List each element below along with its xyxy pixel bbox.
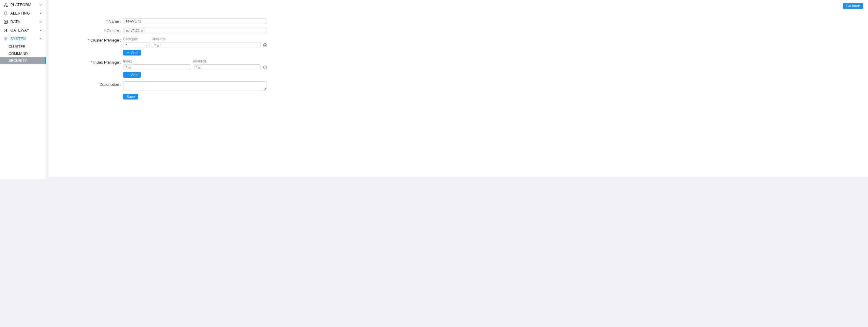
sidebar-item-data[interactable]: DATA bbox=[0, 18, 46, 26]
privilege-tag: * bbox=[153, 43, 161, 47]
sidebar-item-label: PLATFORM bbox=[10, 3, 39, 7]
sidebar-subitem-label: CLUSTER bbox=[8, 44, 26, 49]
network-icon bbox=[4, 3, 8, 7]
svg-point-4 bbox=[5, 38, 6, 39]
privilege-sublabel: Privilege bbox=[152, 37, 267, 41]
index-sublabel: Index bbox=[123, 59, 191, 63]
remove-row-button[interactable] bbox=[263, 43, 267, 47]
bell-icon bbox=[4, 11, 8, 16]
name-label: *Name : bbox=[78, 18, 123, 24]
sidebar-subitem-label: SECURITY bbox=[8, 59, 27, 63]
chevron-down-icon bbox=[39, 20, 42, 23]
go-back-button[interactable]: Go back bbox=[843, 3, 863, 9]
cluster-privilege-label: *Cluster Privilege : bbox=[78, 37, 123, 42]
chevron-down-icon bbox=[39, 3, 42, 6]
form-card: *Name : *Cluster : es-v7171 bbox=[49, 12, 868, 177]
main-content: Go back *Name : *Cluster : bbox=[46, 0, 868, 179]
cluster-privilege-row: * * bbox=[123, 42, 267, 48]
index-privilege-tag-input[interactable]: * bbox=[193, 64, 261, 70]
cluster-label: *Cluster : bbox=[78, 28, 123, 33]
description-textarea[interactable] bbox=[123, 81, 267, 90]
sidebar: PLATFORM ALERTING DATA GATEWAY bbox=[0, 0, 46, 179]
chevron-up-icon bbox=[39, 37, 42, 40]
sidebar-item-label: ALERTING bbox=[10, 11, 39, 16]
bracket-icon bbox=[4, 28, 8, 32]
svg-rect-2 bbox=[7, 6, 8, 7]
sidebar-item-platform[interactable]: PLATFORM bbox=[0, 1, 46, 9]
close-icon[interactable] bbox=[128, 66, 131, 68]
close-icon[interactable] bbox=[198, 66, 200, 68]
remove-row-button[interactable] bbox=[263, 65, 267, 69]
sidebar-item-gateway[interactable]: GATEWAY bbox=[0, 26, 46, 35]
chevron-down-icon bbox=[145, 44, 148, 47]
chevron-down-icon bbox=[39, 29, 42, 32]
chevron-down-icon bbox=[39, 12, 42, 15]
svg-rect-1 bbox=[4, 6, 5, 7]
name-input[interactable] bbox=[123, 18, 267, 24]
index-tag-input[interactable]: * bbox=[123, 64, 191, 70]
add-index-privilege-button[interactable]: Add bbox=[123, 72, 141, 78]
sidebar-item-label: GATEWAY bbox=[10, 28, 39, 32]
cluster-tag: es-v7171 bbox=[124, 29, 145, 32]
category-sublabel: Category bbox=[123, 37, 150, 41]
index-privilege-label: *Index Privilege : bbox=[78, 59, 123, 65]
privilege-sublabel: Privilege bbox=[193, 59, 261, 63]
privilege-tag: * bbox=[194, 65, 202, 69]
sidebar-item-label: SYSTEM bbox=[10, 37, 39, 41]
gear-icon bbox=[4, 37, 8, 41]
form-row-cluster: *Cluster : es-v7171 bbox=[78, 28, 272, 33]
form-row-index-privilege: *Index Privilege : Index Privilege bbox=[78, 59, 272, 78]
sidebar-item-system[interactable]: SYSTEM bbox=[0, 35, 46, 43]
sidebar-subitem-command[interactable]: COMMAND bbox=[0, 50, 46, 57]
description-label: Description : bbox=[78, 81, 123, 87]
cluster-privilege-tag-input[interactable]: * bbox=[152, 42, 260, 48]
sidebar-item-label: DATA bbox=[10, 20, 39, 24]
sidebar-subitem-cluster[interactable]: CLUSTER bbox=[0, 43, 46, 50]
list-icon bbox=[4, 20, 8, 24]
sidebar-subitem-security[interactable]: SECURITY bbox=[0, 57, 46, 64]
index-privilege-row: * * bbox=[123, 64, 267, 70]
sidebar-subitem-label: COMMAND bbox=[8, 52, 28, 56]
add-cluster-privilege-button[interactable]: Add bbox=[123, 50, 141, 56]
form-row-name: *Name : bbox=[78, 18, 272, 24]
close-icon[interactable] bbox=[141, 29, 143, 32]
index-tag: * bbox=[124, 65, 132, 69]
svg-rect-0 bbox=[5, 3, 6, 4]
page-header: Go back bbox=[49, 0, 868, 12]
save-button[interactable]: Save bbox=[123, 94, 138, 99]
form-row-cluster-privilege: *Cluster Privilege : Category Privilege bbox=[78, 37, 272, 56]
plus-icon bbox=[126, 51, 129, 54]
sidebar-item-alerting[interactable]: ALERTING bbox=[0, 9, 46, 18]
category-select[interactable]: * bbox=[123, 42, 150, 48]
close-icon[interactable] bbox=[157, 44, 159, 47]
form-row-description: Description : Save bbox=[78, 81, 272, 99]
cluster-tag-input[interactable]: es-v7171 bbox=[123, 28, 267, 33]
plus-icon bbox=[126, 73, 129, 77]
